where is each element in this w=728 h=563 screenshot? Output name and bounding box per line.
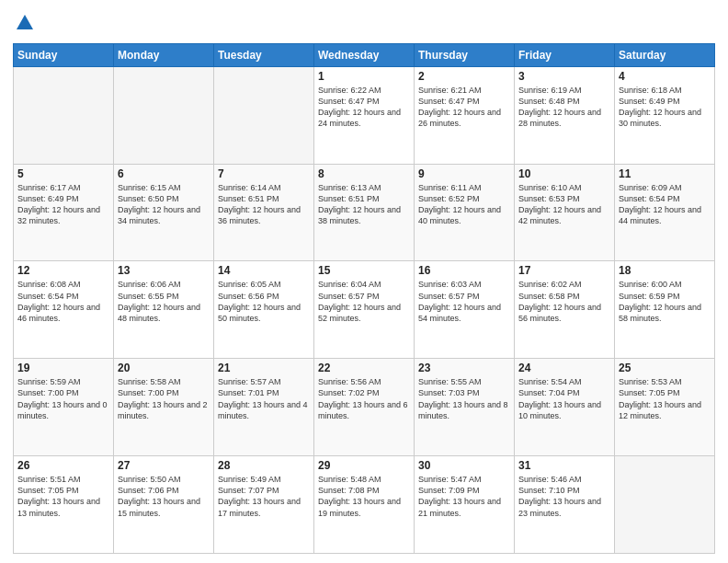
calendar-cell: 20Sunrise: 5:58 AMSunset: 7:00 PMDayligh…: [114, 359, 214, 456]
day-number: 10: [518, 167, 610, 180]
calendar-cell: 17Sunrise: 6:02 AMSunset: 6:58 PMDayligh…: [515, 261, 615, 359]
day-number: 27: [118, 459, 210, 472]
calendar-cell: 22Sunrise: 5:56 AMSunset: 7:02 PMDayligh…: [314, 359, 415, 456]
cell-text: Sunrise: 5:59 AMSunset: 7:00 PMDaylight:…: [17, 376, 109, 421]
calendar-cell: 2Sunrise: 6:21 AMSunset: 6:47 PMDaylight…: [415, 66, 515, 164]
day-number: 13: [118, 264, 210, 277]
cell-text: Sunrise: 6:13 AMSunset: 6:51 PMDaylight:…: [318, 182, 410, 227]
col-header-monday: Monday: [114, 43, 214, 66]
cell-text: Sunrise: 5:48 AMSunset: 7:08 PMDaylight:…: [318, 474, 410, 519]
calendar-cell: 21Sunrise: 5:57 AMSunset: 7:01 PMDayligh…: [214, 359, 314, 456]
day-number: 19: [17, 362, 109, 374]
day-number: 12: [17, 264, 109, 277]
day-number: 8: [318, 167, 410, 180]
cell-text: Sunrise: 6:09 AMSunset: 6:54 PMDaylight:…: [619, 182, 711, 227]
cell-text: Sunrise: 6:14 AMSunset: 6:51 PMDaylight:…: [218, 182, 310, 227]
day-number: 26: [17, 459, 109, 472]
cell-text: Sunrise: 5:46 AMSunset: 7:10 PMDaylight:…: [518, 474, 610, 519]
calendar-cell: 10Sunrise: 6:10 AMSunset: 6:53 PMDayligh…: [515, 164, 615, 261]
cell-text: Sunrise: 6:21 AMSunset: 6:47 PMDaylight:…: [418, 85, 510, 130]
cell-text: Sunrise: 5:50 AMSunset: 7:06 PMDaylight:…: [118, 474, 210, 519]
day-number: 18: [619, 264, 711, 277]
logo-icon: [15, 13, 35, 33]
calendar-cell: [14, 66, 114, 164]
calendar-cell: 7Sunrise: 6:14 AMSunset: 6:51 PMDaylight…: [214, 164, 314, 261]
day-number: 14: [218, 264, 310, 277]
day-number: 3: [518, 70, 610, 83]
calendar-cell: 1Sunrise: 6:22 AMSunset: 6:47 PMDaylight…: [314, 66, 415, 164]
day-number: 1: [318, 70, 410, 83]
cell-text: Sunrise: 6:15 AMSunset: 6:50 PMDaylight:…: [118, 182, 210, 227]
cell-text: Sunrise: 5:51 AMSunset: 7:05 PMDaylight:…: [17, 474, 109, 519]
calendar-cell: 11Sunrise: 6:09 AMSunset: 6:54 PMDayligh…: [615, 164, 715, 261]
calendar-cell: 28Sunrise: 5:49 AMSunset: 7:07 PMDayligh…: [214, 456, 314, 554]
day-number: 15: [318, 264, 410, 277]
cell-text: Sunrise: 6:19 AMSunset: 6:48 PMDaylight:…: [518, 85, 610, 130]
cell-text: Sunrise: 6:03 AMSunset: 6:57 PMDaylight:…: [418, 279, 510, 324]
calendar-cell: 31Sunrise: 5:46 AMSunset: 7:10 PMDayligh…: [515, 456, 615, 554]
cell-text: Sunrise: 6:05 AMSunset: 6:56 PMDaylight:…: [218, 279, 310, 324]
calendar-cell: 19Sunrise: 5:59 AMSunset: 7:00 PMDayligh…: [14, 359, 114, 456]
calendar-cell: 18Sunrise: 6:00 AMSunset: 6:59 PMDayligh…: [615, 261, 715, 359]
cell-text: Sunrise: 5:47 AMSunset: 7:09 PMDaylight:…: [418, 474, 510, 519]
calendar-cell: 15Sunrise: 6:04 AMSunset: 6:57 PMDayligh…: [314, 261, 415, 359]
calendar-week-1: 5Sunrise: 6:17 AMSunset: 6:49 PMDaylight…: [14, 164, 715, 261]
calendar-cell: 26Sunrise: 5:51 AMSunset: 7:05 PMDayligh…: [14, 456, 114, 554]
calendar-cell: 8Sunrise: 6:13 AMSunset: 6:51 PMDaylight…: [314, 164, 415, 261]
calendar-cell: 9Sunrise: 6:11 AMSunset: 6:52 PMDaylight…: [415, 164, 515, 261]
day-number: 9: [418, 167, 510, 180]
day-number: 31: [518, 459, 610, 472]
day-number: 25: [619, 362, 711, 374]
cell-text: Sunrise: 6:22 AMSunset: 6:47 PMDaylight:…: [318, 85, 410, 130]
cell-text: Sunrise: 6:10 AMSunset: 6:53 PMDaylight:…: [518, 182, 610, 227]
calendar-cell: 3Sunrise: 6:19 AMSunset: 6:48 PMDaylight…: [515, 66, 615, 164]
cell-text: Sunrise: 6:00 AMSunset: 6:59 PMDaylight:…: [619, 279, 711, 324]
calendar-cell: 14Sunrise: 6:05 AMSunset: 6:56 PMDayligh…: [214, 261, 314, 359]
day-number: 21: [218, 362, 310, 374]
cell-text: Sunrise: 6:08 AMSunset: 6:54 PMDaylight:…: [17, 279, 109, 324]
day-number: 28: [218, 459, 310, 472]
calendar-week-3: 19Sunrise: 5:59 AMSunset: 7:00 PMDayligh…: [14, 359, 715, 456]
cell-text: Sunrise: 5:54 AMSunset: 7:04 PMDaylight:…: [518, 376, 610, 421]
svg-marker-0: [17, 15, 33, 29]
calendar-cell: 24Sunrise: 5:54 AMSunset: 7:04 PMDayligh…: [515, 359, 615, 456]
day-number: 30: [418, 459, 510, 472]
day-number: 7: [218, 167, 310, 180]
calendar-cell: [114, 66, 214, 164]
cell-text: Sunrise: 5:56 AMSunset: 7:02 PMDaylight:…: [318, 376, 410, 421]
calendar-cell: 4Sunrise: 6:18 AMSunset: 6:49 PMDaylight…: [615, 66, 715, 164]
header: [13, 9, 715, 38]
calendar-cell: 27Sunrise: 5:50 AMSunset: 7:06 PMDayligh…: [114, 456, 214, 554]
calendar-cell: 12Sunrise: 6:08 AMSunset: 6:54 PMDayligh…: [14, 261, 114, 359]
day-number: 20: [118, 362, 210, 374]
day-number: 24: [518, 362, 610, 374]
calendar-cell: [214, 66, 314, 164]
calendar-cell: 16Sunrise: 6:03 AMSunset: 6:57 PMDayligh…: [415, 261, 515, 359]
cell-text: Sunrise: 5:58 AMSunset: 7:00 PMDaylight:…: [118, 376, 210, 421]
cell-text: Sunrise: 6:11 AMSunset: 6:52 PMDaylight:…: [418, 182, 510, 227]
calendar-cell: 23Sunrise: 5:55 AMSunset: 7:03 PMDayligh…: [415, 359, 515, 456]
cell-text: Sunrise: 5:57 AMSunset: 7:01 PMDaylight:…: [218, 376, 310, 421]
calendar-header-row: SundayMondayTuesdayWednesdayThursdayFrid…: [14, 43, 715, 66]
calendar-cell: 5Sunrise: 6:17 AMSunset: 6:49 PMDaylight…: [14, 164, 114, 261]
calendar-week-4: 26Sunrise: 5:51 AMSunset: 7:05 PMDayligh…: [14, 456, 715, 554]
col-header-wednesday: Wednesday: [314, 43, 415, 66]
calendar-cell: 25Sunrise: 5:53 AMSunset: 7:05 PMDayligh…: [615, 359, 715, 456]
day-number: 16: [418, 264, 510, 277]
day-number: 29: [318, 459, 410, 472]
calendar-cell: 6Sunrise: 6:15 AMSunset: 6:50 PMDaylight…: [114, 164, 214, 261]
cell-text: Sunrise: 6:06 AMSunset: 6:55 PMDaylight:…: [118, 279, 210, 324]
cell-text: Sunrise: 6:02 AMSunset: 6:58 PMDaylight:…: [518, 279, 610, 324]
col-header-sunday: Sunday: [14, 43, 114, 66]
cell-text: Sunrise: 5:53 AMSunset: 7:05 PMDaylight:…: [619, 376, 711, 421]
day-number: 6: [118, 167, 210, 180]
calendar-cell: 29Sunrise: 5:48 AMSunset: 7:08 PMDayligh…: [314, 456, 415, 554]
cell-text: Sunrise: 6:18 AMSunset: 6:49 PMDaylight:…: [619, 85, 711, 130]
day-number: 17: [518, 264, 610, 277]
day-number: 22: [318, 362, 410, 374]
calendar-cell: 13Sunrise: 6:06 AMSunset: 6:55 PMDayligh…: [114, 261, 214, 359]
cell-text: Sunrise: 5:55 AMSunset: 7:03 PMDaylight:…: [418, 376, 510, 421]
page: SundayMondayTuesdayWednesdayThursdayFrid…: [0, 0, 728, 563]
day-number: 4: [619, 70, 711, 83]
cell-text: Sunrise: 5:49 AMSunset: 7:07 PMDaylight:…: [218, 474, 310, 519]
